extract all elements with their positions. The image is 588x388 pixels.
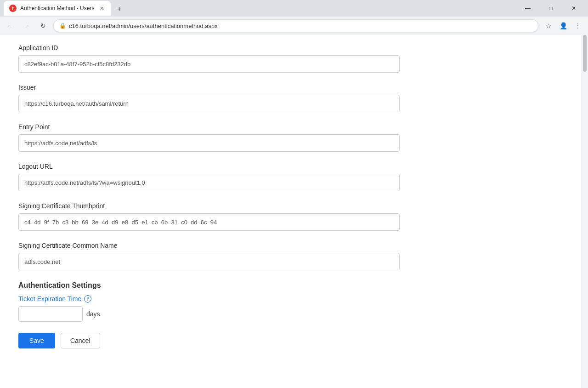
signing-cert-common-name-input[interactable] <box>18 253 400 270</box>
signing-cert-thumbprint-input[interactable] <box>18 213 400 231</box>
signing-cert-common-name-label: Signing Certificate Common Name <box>18 242 563 249</box>
bookmark-button[interactable]: ☆ <box>542 19 555 32</box>
logout-url-input[interactable] <box>18 174 400 191</box>
days-input[interactable] <box>18 306 83 322</box>
forward-button[interactable]: → <box>20 19 33 32</box>
browser-tab[interactable]: t Authentication Method - Users ✕ <box>4 1 111 16</box>
entry-point-group: Entry Point <box>18 123 563 152</box>
application-id-input[interactable] <box>18 55 400 73</box>
address-bar-url: c16.turboqa.net/admin/users/authenticati… <box>69 23 532 29</box>
ticket-expiration-label: Ticket Expiration Time <box>18 295 81 302</box>
cancel-button[interactable]: Cancel <box>61 333 100 348</box>
issuer-group: Issuer <box>18 84 563 112</box>
entry-point-input[interactable] <box>18 134 400 152</box>
application-id-label: Application ID <box>18 44 563 51</box>
issuer-input[interactable] <box>18 95 400 112</box>
auth-settings-section: Authentication Settings Ticket Expiratio… <box>18 281 563 322</box>
favicon: t <box>9 5 17 12</box>
minimize-button[interactable]: — <box>517 2 538 15</box>
new-tab-button[interactable]: + <box>113 3 125 16</box>
issuer-label: Issuer <box>18 84 563 91</box>
form-buttons: Save Cancel <box>18 333 563 348</box>
application-id-group: Application ID <box>18 44 563 73</box>
tab-title: Authentication Method - Users <box>20 5 94 11</box>
profile-button[interactable]: 👤 <box>557 19 570 32</box>
tab-close-button[interactable]: ✕ <box>98 5 105 12</box>
maximize-button[interactable]: □ <box>540 2 561 15</box>
logout-url-label: Logout URL <box>18 163 563 170</box>
scrollbar[interactable] <box>581 35 588 388</box>
signing-cert-common-name-group: Signing Certificate Common Name <box>18 242 563 270</box>
close-button[interactable]: ✕ <box>563 2 584 15</box>
menu-button[interactable]: ⋮ <box>571 19 584 32</box>
logout-url-group: Logout URL <box>18 163 563 191</box>
scrollbar-thumb[interactable] <box>583 35 587 72</box>
lock-icon: 🔒 <box>59 23 66 29</box>
save-button[interactable]: Save <box>18 333 55 348</box>
back-button[interactable]: ← <box>4 19 17 32</box>
entry-point-label: Entry Point <box>18 123 563 131</box>
signing-cert-thumbprint-group: Signing Certificate Thumbprint <box>18 202 563 231</box>
refresh-button[interactable]: ↻ <box>37 19 50 32</box>
signing-cert-thumbprint-label: Signing Certificate Thumbprint <box>18 202 563 210</box>
auth-settings-title: Authentication Settings <box>18 281 563 290</box>
help-icon[interactable]: ? <box>84 295 91 302</box>
days-label: days <box>86 310 100 318</box>
